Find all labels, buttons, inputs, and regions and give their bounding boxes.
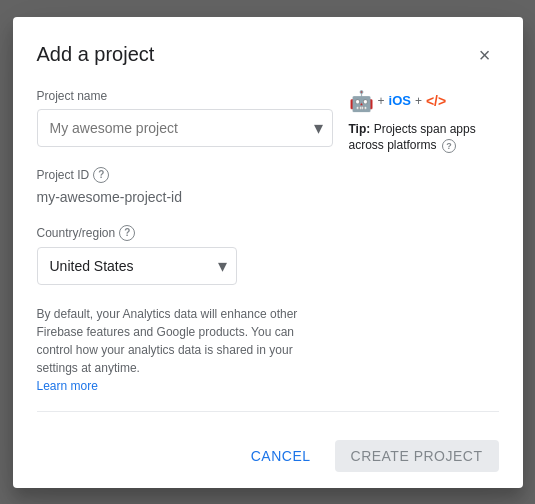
analytics-note: By default, your Analytics data will enh… (37, 305, 333, 395)
dialog-title: Add a project (37, 41, 155, 67)
learn-more-link[interactable]: Learn more (37, 379, 98, 393)
project-name-field: Project name ▾ (37, 89, 333, 147)
country-select-wrapper: United States United Kingdom Canada Germ… (37, 247, 237, 285)
project-id-help-icon[interactable]: ? (93, 167, 109, 183)
plus-sign-2: + (415, 94, 422, 108)
country-select[interactable]: United States United Kingdom Canada Germ… (37, 247, 237, 285)
dialog-body: Project name ▾ Project ID ? my-awesome-p… (37, 89, 499, 395)
dialog-footer: CANCEL CREATE PROJECT (37, 432, 499, 472)
dialog-header: Add a project × (37, 41, 499, 69)
add-project-dialog: Add a project × Project name ▾ Project I… (13, 17, 523, 488)
project-name-select-wrapper: ▾ (37, 109, 333, 147)
project-id-value: my-awesome-project-id (37, 189, 333, 205)
ios-icon: iOS (389, 93, 411, 108)
country-region-label: Country/region ? (37, 225, 333, 241)
left-column: Project name ▾ Project ID ? my-awesome-p… (37, 89, 333, 395)
cancel-button[interactable]: CANCEL (235, 440, 327, 472)
close-button[interactable]: × (471, 41, 499, 69)
code-icon: </> (426, 93, 446, 109)
tip-info-icon[interactable]: ? (442, 139, 456, 153)
country-region-help-icon[interactable]: ? (119, 225, 135, 241)
create-project-button[interactable]: CREATE PROJECT (335, 440, 499, 472)
footer-divider (37, 411, 499, 412)
project-id-label: Project ID ? (37, 167, 333, 183)
platform-icons-row: 🤖 + iOS + </> (349, 89, 499, 113)
project-name-input[interactable] (37, 109, 333, 147)
tip-text: Tip: Projects span apps across platforms… (349, 121, 499, 155)
android-icon: 🤖 (349, 89, 374, 113)
right-panel: 🤖 + iOS + </> Tip: Projects span apps ac… (349, 89, 499, 395)
project-name-label: Project name (37, 89, 333, 103)
tip-prefix: Tip: (349, 122, 371, 136)
country-region-section: Country/region ? United States United Ki… (37, 225, 333, 285)
plus-sign-1: + (378, 94, 385, 108)
project-id-section: Project ID ? my-awesome-project-id (37, 167, 333, 205)
